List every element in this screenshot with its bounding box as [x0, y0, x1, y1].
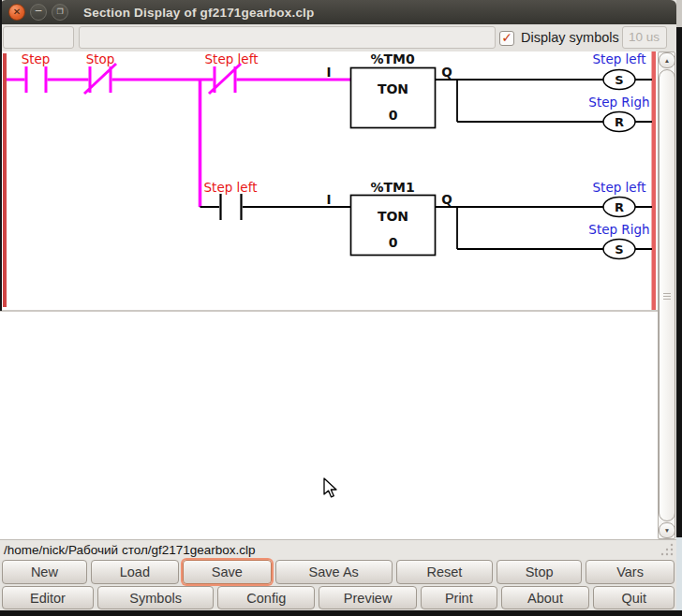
reset-button[interactable]: Reset	[396, 560, 493, 584]
contact-step[interactable]	[26, 66, 46, 93]
mouse-cursor-icon	[323, 477, 340, 500]
scroll-down-icon: ▼	[664, 527, 670, 534]
desktop-fragment	[676, 537, 682, 610]
time-base-field: 10 us	[622, 26, 667, 49]
close-icon: ✕	[13, 7, 21, 17]
timer-function: TON	[378, 209, 408, 224]
contact-step-left-nc[interactable]	[209, 64, 241, 94]
save-as-button[interactable]: Save As	[275, 560, 393, 584]
app-window: ✕ – ❐ Section Display of gf2171gearbox.c…	[0, 0, 676, 610]
timer-name: %TM0	[370, 51, 415, 66]
coil-op: S	[615, 73, 623, 87]
preview-button[interactable]: Preview	[319, 586, 417, 609]
desktop-fragment	[676, 0, 682, 27]
contact-label: Step left	[204, 180, 258, 195]
toolbar: ✓ Display symbols 10 us	[0, 24, 676, 51]
contact-label: Step left	[205, 51, 259, 66]
scroll-up-button[interactable]: ▲	[659, 52, 675, 68]
config-button[interactable]: Config	[217, 586, 315, 609]
desktop-fragment	[0, 0, 2, 311]
coil-set-step-left[interactable]: S	[603, 70, 635, 90]
titlebar[interactable]: ✕ – ❐ Section Display of gf2171gearbox.c…	[0, 0, 676, 24]
coil-set-step-right[interactable]: S	[603, 240, 635, 259]
checkbox-check-icon: ✓	[501, 31, 512, 44]
coil-reset-step-right[interactable]: R	[603, 112, 635, 132]
coil-label: Step left	[593, 51, 646, 66]
rung1-active-wires	[7, 80, 350, 207]
close-button[interactable]: ✕	[8, 4, 25, 21]
minimize-icon: –	[36, 5, 42, 20]
coil-op: R	[615, 200, 624, 214]
contact-step-left[interactable]	[221, 194, 242, 220]
load-button[interactable]: Load	[91, 560, 179, 584]
right-power-rail	[652, 51, 657, 310]
ladder-canvas[interactable]: Step Stop Step left I %TM0 Q TON 0 S Ste…	[0, 51, 658, 539]
timer-block-tm0[interactable]: TON 0	[351, 68, 436, 128]
scroll-down-button[interactable]: ▼	[659, 522, 675, 538]
timer-output-pin: Q	[441, 65, 452, 80]
quit-button[interactable]: Quit	[593, 586, 675, 609]
left-power-rail	[3, 53, 7, 307]
button-row-1: New Load Save Save As Reset Stop Vars	[0, 560, 676, 584]
scrollbar-grip-icon	[663, 296, 671, 297]
timer-name: %TM1	[370, 180, 414, 195]
timer-input-pin: I	[326, 192, 331, 207]
contact-label: Step	[22, 51, 51, 66]
contact-label: Stop	[86, 51, 115, 66]
ladder-diagram: Step Stop Step left I %TM0 Q TON 0 S Ste…	[0, 51, 658, 539]
coil-label: Step Righ	[588, 95, 649, 110]
section-comment-input[interactable]	[79, 26, 496, 49]
timer-value: 0	[389, 235, 398, 250]
new-button[interactable]: New	[2, 560, 87, 584]
save-button[interactable]: Save	[183, 560, 272, 584]
vars-button[interactable]: Vars	[586, 560, 675, 584]
coil-op: S	[615, 242, 623, 257]
file-path: /home/nick/Рабочий стол/gf2171gearbox.cl…	[4, 543, 256, 557]
section-name-input[interactable]	[3, 26, 74, 49]
scroll-up-icon: ▲	[664, 57, 670, 64]
button-row-2: Editor Symbols Config Preview Print Abou…	[0, 586, 676, 609]
stop-button[interactable]: Stop	[497, 560, 582, 584]
display-symbols-checkbox[interactable]: ✓	[499, 31, 514, 46]
symbols-button[interactable]: Symbols	[97, 586, 215, 609]
coil-label: Step left	[593, 180, 646, 195]
print-button[interactable]: Print	[421, 586, 497, 609]
scrollbar-thumb[interactable]	[659, 69, 675, 521]
timer-block-tm1[interactable]: TON 0	[351, 196, 436, 256]
window-title: Section Display of gf2171gearbox.clp	[83, 6, 315, 20]
timer-function: TON	[378, 81, 408, 96]
timer-input-pin: I	[326, 65, 331, 80]
resize-grip[interactable]	[660, 542, 675, 556]
maximize-icon: ❐	[56, 8, 63, 16]
coil-reset-step-left[interactable]: R	[603, 198, 635, 217]
timer-value: 0	[389, 108, 398, 123]
about-button[interactable]: About	[501, 586, 590, 609]
contact-stop-nc[interactable]	[84, 64, 116, 94]
statusbar: /home/nick/Рабочий стол/gf2171gearbox.cl…	[0, 539, 676, 560]
coil-label: Step Righ	[588, 222, 649, 237]
minimize-button[interactable]: –	[30, 4, 47, 21]
maximize-button[interactable]: ❐	[52, 4, 68, 21]
display-symbols-label[interactable]: Display symbols	[521, 24, 619, 51]
timer-output-pin: Q	[441, 192, 452, 207]
vertical-scrollbar[interactable]: ▲ ▼	[658, 51, 676, 539]
coil-op: R	[615, 115, 624, 129]
editor-button[interactable]: Editor	[2, 586, 94, 609]
